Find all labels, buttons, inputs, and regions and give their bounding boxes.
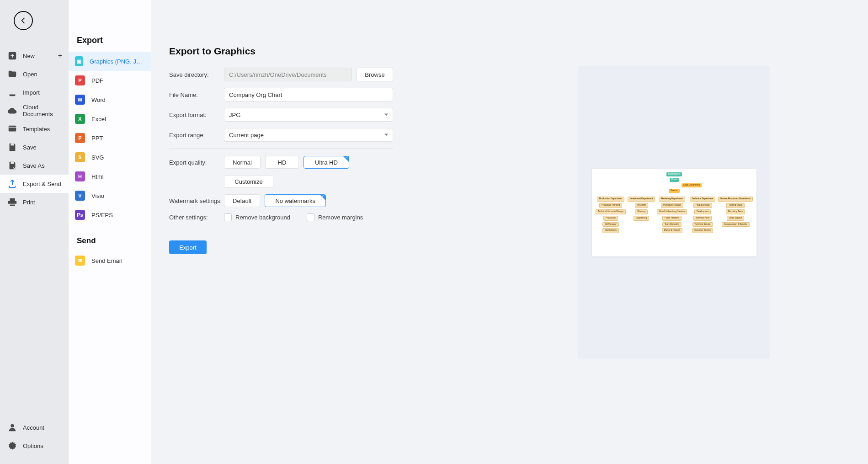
ps-file-icon: Ps <box>75 210 85 220</box>
file-name-input[interactable]: Company Org Chart <box>224 88 393 101</box>
export-pdf[interactable]: P PDF <box>69 71 151 90</box>
org-box: Marketing Department <box>659 197 685 202</box>
org-box: Production <box>603 216 618 221</box>
export-excel-label: Excel <box>91 116 106 123</box>
nav-save[interactable]: Save <box>0 138 69 156</box>
org-box: Human Resources Department <box>718 197 753 202</box>
org-box: Public Relations <box>662 216 682 221</box>
send-heading: Send <box>69 224 151 251</box>
browse-button[interactable]: Browse <box>357 68 393 81</box>
watermark-default[interactable]: Default <box>224 194 260 207</box>
svg-point-16 <box>11 424 14 427</box>
export-pseps[interactable]: Ps PS/EPS <box>69 205 151 224</box>
send-email-label: Send Email <box>91 257 122 264</box>
org-box: Recruiting Team <box>726 209 745 214</box>
org-box: Shareholders <box>666 172 682 176</box>
org-box: Market & Product <box>662 228 682 233</box>
quality-normal[interactable]: Normal <box>224 156 261 169</box>
quality-customize[interactable]: Customize <box>224 175 273 188</box>
nav-cloud-label: Cloud Documents <box>23 104 61 117</box>
quality-ultra-hd[interactable]: Ultra HD <box>304 156 349 169</box>
nav-new[interactable]: New + <box>0 47 69 65</box>
range-label: Export range: <box>169 132 224 139</box>
import-icon <box>7 87 17 97</box>
excel-file-icon: X <box>75 114 85 124</box>
export-svg[interactable]: S SVG <box>69 148 151 167</box>
export-excel[interactable]: X Excel <box>69 109 151 128</box>
nav-open[interactable]: Open <box>0 65 69 83</box>
send-email[interactable]: ✉ Send Email <box>69 251 151 270</box>
org-box: Office Support <box>727 216 745 221</box>
org-box: Board <box>670 178 679 182</box>
pdf-file-icon: P <box>75 75 85 85</box>
nav-cloud[interactable]: Cloud Documents <box>0 101 69 120</box>
main-content: Export to Graphics Save directory: C:/Us… <box>151 0 868 464</box>
org-box: Brand / Advertising Creative <box>657 209 687 214</box>
nav-new-label: New <box>23 53 35 59</box>
org-box: Production Department <box>597 197 624 202</box>
remove-margins-checkbox[interactable]: Remove margins <box>307 213 363 221</box>
watermark-label: Watermark settings: <box>169 197 224 204</box>
svg-file-icon: S <box>75 152 85 162</box>
export-form: Save directory: C:/Users/rimzh/OneDrive/… <box>169 68 393 254</box>
remove-bg-label: Remove background <box>235 214 290 221</box>
format-select[interactable]: JPG <box>224 108 393 122</box>
watermark-none[interactable]: No watermarks <box>265 194 326 207</box>
export-type-sidebar: Export ▣ Graphics (PNG, JPG et... P PDF … <box>69 0 151 464</box>
nav-options[interactable]: Options <box>0 437 69 455</box>
nav-account[interactable]: Account <box>0 418 69 437</box>
nav-save-as-label: Save As <box>23 162 45 169</box>
export-svg-label: SVG <box>91 154 104 161</box>
org-box: Promotions / Media <box>661 203 683 208</box>
nav-save-label: Save <box>23 144 37 151</box>
print-icon <box>7 197 17 207</box>
export-ppt[interactable]: P PPT <box>69 128 151 148</box>
nav-save-as[interactable]: Save As <box>0 156 69 175</box>
org-box: Training Group <box>726 203 745 208</box>
export-visio[interactable]: V Visio <box>69 186 151 205</box>
nav-export-send[interactable]: Export & Send <box>0 175 69 193</box>
checkbox-icon <box>307 213 314 221</box>
other-label: Other settings: <box>169 214 224 221</box>
export-html[interactable]: H Html <box>69 167 151 186</box>
export-button[interactable]: Export <box>169 240 207 254</box>
add-icon[interactable]: + <box>58 52 62 60</box>
page-heading: Export to Graphics <box>169 46 850 57</box>
preview-panel: Shareholders Board Legal Department Dire… <box>578 66 770 359</box>
nav-import[interactable]: Import <box>0 83 69 101</box>
org-box: Product Design <box>693 203 712 208</box>
templates-icon <box>7 124 17 134</box>
org-box: Compensation & Benefits <box>722 222 750 227</box>
save-dir-field: C:/Users/rimzh/OneDrive/Documents <box>224 68 352 81</box>
nav-open-label: Open <box>23 71 37 78</box>
nav-print-label: Print <box>23 199 35 206</box>
export-graphics[interactable]: ▣ Graphics (PNG, JPG et... <box>69 52 151 71</box>
org-box: Team Marketing <box>662 222 682 227</box>
export-icon <box>7 179 17 189</box>
export-html-label: Html <box>91 173 104 180</box>
range-select[interactable]: Current page <box>224 128 393 142</box>
remove-bg-checkbox[interactable]: Remove background <box>224 213 290 221</box>
nav-print[interactable]: Print <box>0 193 69 211</box>
svg-rect-14 <box>11 144 14 146</box>
org-box: Development <box>694 209 711 214</box>
org-box: Customer Service <box>692 228 713 233</box>
quality-hd[interactable]: HD <box>265 156 299 169</box>
org-box: Production Planning <box>599 203 622 208</box>
html-file-icon: H <box>75 171 85 181</box>
org-box: Technical / Industrial Design <box>596 209 626 214</box>
org-chart-preview: Shareholders Board Legal Department Dire… <box>592 169 756 256</box>
export-word[interactable]: W Word <box>69 90 151 109</box>
back-button[interactable] <box>14 11 33 30</box>
cloud-icon <box>7 106 17 116</box>
export-word-label: Word <box>91 96 106 103</box>
org-column: Production DepartmentProduction Planning… <box>596 197 626 234</box>
checkbox-icon <box>224 213 232 221</box>
nav-templates[interactable]: Templates <box>0 120 69 138</box>
nav-options-label: Options <box>23 443 43 449</box>
org-column: Investment DepartmentResearchPlanningEng… <box>628 197 655 234</box>
visio-file-icon: V <box>75 191 85 201</box>
org-box: Technical Audit <box>693 216 712 221</box>
plus-square-icon <box>7 51 17 61</box>
org-box: Technical Service <box>692 222 713 227</box>
